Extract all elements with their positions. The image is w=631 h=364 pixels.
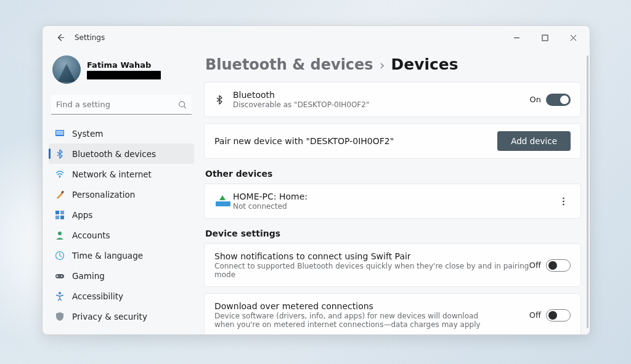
svg-rect-8 bbox=[55, 216, 59, 219]
swift-pair-state-label: Off bbox=[529, 261, 541, 270]
bluetooth-title: Bluetooth bbox=[233, 90, 530, 100]
bluetooth-subtitle: Discoverable as "DESKTOP-0IH0OF2" bbox=[233, 100, 530, 109]
account-name: Fatima Wahab bbox=[87, 60, 161, 70]
window-controls bbox=[502, 28, 587, 47]
window-title: Settings bbox=[75, 33, 105, 42]
metered-card: Download over metered connections Device… bbox=[204, 293, 581, 334]
sidebar: Fatima Wahab System Bluetooth & devices bbox=[43, 49, 200, 334]
breadcrumb-current: Devices bbox=[391, 55, 458, 73]
nav-item-apps[interactable]: Apps bbox=[49, 204, 194, 225]
nav-label: Privacy & security bbox=[72, 312, 147, 322]
nav-label: System bbox=[72, 129, 103, 139]
nav-label: Apps bbox=[72, 210, 92, 220]
scrollbar[interactable] bbox=[587, 55, 588, 328]
nav-label: Accessibility bbox=[72, 291, 123, 301]
nav-list: System Bluetooth & devices Network & int… bbox=[49, 123, 194, 326]
nav-item-system[interactable]: System bbox=[49, 123, 194, 144]
nav-item-time-language[interactable]: Time & language bbox=[49, 245, 194, 265]
nav-item-gaming[interactable]: Gaming bbox=[49, 265, 194, 286]
bluetooth-icon bbox=[214, 95, 233, 105]
svg-rect-7 bbox=[60, 211, 64, 214]
svg-point-15 bbox=[563, 197, 564, 199]
back-button[interactable] bbox=[50, 29, 71, 46]
search-box[interactable] bbox=[51, 95, 192, 115]
content-pane: Bluetooth & devices › Devices Bluetooth … bbox=[200, 49, 590, 334]
more-vertical-icon bbox=[563, 197, 564, 206]
chevron-right-icon: › bbox=[380, 57, 385, 73]
wifi-icon bbox=[55, 169, 65, 179]
gamepad-icon bbox=[55, 271, 65, 281]
add-device-button[interactable]: Add device bbox=[497, 131, 571, 151]
metered-state-label: Off bbox=[529, 310, 541, 320]
maximize-button[interactable] bbox=[531, 28, 559, 47]
close-button[interactable] bbox=[559, 28, 587, 47]
bluetooth-icon bbox=[55, 149, 65, 159]
svg-point-14 bbox=[59, 292, 61, 294]
nav-item-accessibility[interactable]: Accessibility bbox=[49, 286, 194, 306]
other-devices-heading: Other devices bbox=[205, 169, 581, 179]
svg-point-4 bbox=[59, 177, 60, 178]
bluetooth-state-label: On bbox=[530, 95, 541, 104]
swift-pair-card: Show notifications to connect using Swif… bbox=[204, 243, 581, 287]
search-input[interactable] bbox=[56, 100, 178, 109]
apps-icon bbox=[55, 210, 65, 220]
other-device-name: HOME-PC: Home: bbox=[233, 192, 556, 201]
bluetooth-toggle[interactable] bbox=[546, 94, 571, 106]
svg-point-1 bbox=[179, 101, 185, 107]
breadcrumb: Bluetooth & devices › Devices bbox=[204, 49, 581, 82]
titlebar: Settings bbox=[43, 26, 590, 49]
shield-icon bbox=[55, 312, 65, 322]
svg-point-10 bbox=[58, 232, 62, 235]
person-icon bbox=[55, 230, 65, 240]
accessibility-icon bbox=[55, 291, 65, 301]
swift-pair-subtitle: Connect to supported Bluetooth devices q… bbox=[214, 262, 529, 279]
nav-item-accounts[interactable]: Accounts bbox=[49, 225, 194, 245]
svg-point-16 bbox=[563, 200, 564, 202]
other-device-row[interactable]: HOME-PC: Home: Not connected bbox=[204, 184, 581, 219]
nav-item-network[interactable]: Network & internet bbox=[49, 164, 194, 184]
nav-item-personalization[interactable]: Personalization bbox=[49, 184, 194, 204]
account-block[interactable]: Fatima Wahab bbox=[49, 52, 194, 92]
nav-item-privacy-security[interactable]: Privacy & security bbox=[49, 306, 194, 326]
back-arrow-icon bbox=[56, 33, 65, 42]
nav-label: Gaming bbox=[72, 271, 105, 281]
system-icon bbox=[55, 129, 65, 139]
metered-title: Download over metered connections bbox=[214, 301, 529, 311]
nav-label: Accounts bbox=[72, 230, 110, 240]
settings-window: Settings Fatima Wahab Sys bbox=[42, 25, 590, 335]
pair-device-card: Pair new device with "DESKTOP-0IH0OF2" A… bbox=[204, 123, 581, 159]
globe-clock-icon bbox=[55, 251, 65, 261]
svg-rect-3 bbox=[56, 131, 63, 135]
avatar bbox=[52, 55, 81, 84]
svg-point-13 bbox=[61, 275, 62, 277]
brush-icon bbox=[55, 190, 65, 200]
nav-item-bluetooth-devices[interactable]: Bluetooth & devices bbox=[49, 144, 194, 164]
minimize-button[interactable] bbox=[502, 28, 531, 47]
account-email-redacted bbox=[87, 71, 161, 79]
svg-rect-9 bbox=[60, 216, 64, 219]
svg-rect-0 bbox=[542, 35, 548, 41]
swift-pair-toggle[interactable] bbox=[546, 259, 571, 272]
metered-toggle[interactable] bbox=[546, 309, 571, 322]
bluetooth-card: Bluetooth Discoverable as "DESKTOP-0IH0O… bbox=[204, 82, 581, 117]
device-icon bbox=[214, 195, 233, 208]
metered-subtitle: Device software (drivers, info, and apps… bbox=[214, 312, 498, 329]
svg-rect-6 bbox=[55, 211, 59, 214]
swift-pair-title: Show notifications to connect using Swif… bbox=[214, 251, 529, 261]
nav-label: Personalization bbox=[72, 190, 135, 200]
nav-label: Network & internet bbox=[72, 169, 152, 179]
device-more-button[interactable] bbox=[556, 194, 571, 209]
device-settings-heading: Device settings bbox=[205, 229, 581, 238]
breadcrumb-parent[interactable]: Bluetooth & devices bbox=[205, 56, 373, 73]
nav-label: Bluetooth & devices bbox=[72, 149, 156, 159]
nav-label: Time & language bbox=[72, 251, 143, 261]
other-device-status: Not connected bbox=[233, 202, 556, 211]
svg-point-17 bbox=[563, 203, 564, 205]
pair-device-text: Pair new device with "DESKTOP-0IH0OF2" bbox=[214, 136, 497, 146]
search-icon bbox=[178, 100, 187, 109]
